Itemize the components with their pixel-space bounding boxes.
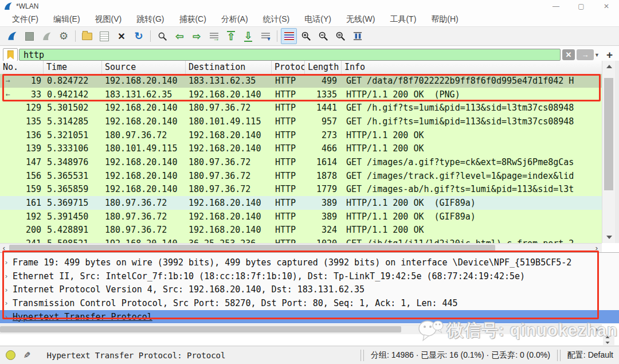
- packet-row[interactable]: 159 5.365859 192.168.20.140 180.97.36.72…: [0, 183, 602, 197]
- auto-scroll-icon[interactable]: ▼: [257, 28, 273, 44]
- find-packet-icon[interactable]: [154, 28, 170, 44]
- packet-row[interactable]: ← 33 0.942142 183.131.62.35 192.168.20.1…: [0, 88, 602, 101]
- scroll-up-icon[interactable]: [606, 65, 612, 68]
- menu-item[interactable]: 跳转(G): [129, 13, 171, 26]
- detail-pane-hscrollbar[interactable]: ›: [0, 324, 602, 334]
- minimize-button[interactable]: —: [543, 0, 569, 13]
- column-header-destination[interactable]: Destination: [186, 61, 272, 74]
- expander-icon[interactable]: ›: [0, 285, 13, 294]
- capture-options-icon[interactable]: ⚙: [56, 28, 72, 44]
- menu-item[interactable]: 统计(S): [256, 13, 297, 26]
- hscroll-thumb[interactable]: [9, 245, 495, 251]
- maximize-button[interactable]: ▢: [569, 0, 594, 13]
- scroll-right-icon[interactable]: ›: [593, 244, 601, 252]
- packet-row[interactable]: 161 5.369715 180.97.36.72 192.168.20.140…: [0, 196, 602, 210]
- colorize-packets-icon[interactable]: [281, 28, 297, 44]
- close-file-icon[interactable]: ✕: [113, 28, 130, 44]
- window-title: *WLAN: [16, 2, 38, 10]
- expander-icon[interactable]: ›: [0, 272, 13, 280]
- restart-capture-icon[interactable]: [38, 28, 54, 44]
- expander-icon[interactable]: ›: [0, 258, 13, 267]
- filter-add-button[interactable]: +: [606, 49, 613, 61]
- packet-list: → 19 0.824722 192.168.20.140 183.131.62.…: [0, 74, 602, 243]
- start-capture-icon[interactable]: [4, 28, 20, 44]
- zoom-out-icon[interactable]: [315, 28, 331, 44]
- status-bar: ✎ Hypertext Transfer Protocol: Protocol …: [0, 346, 619, 364]
- open-file-icon[interactable]: [79, 28, 95, 44]
- expander-icon[interactable]: ›: [0, 299, 13, 307]
- column-header-length[interactable]: Length: [305, 61, 342, 74]
- column-header-time[interactable]: Time: [44, 61, 102, 74]
- menu-bar: 文件(F)编辑(E)视图(V)跳转(G)捕获(C)分析(A)统计(S)电话(Y)…: [0, 13, 619, 26]
- go-back-icon[interactable]: ⇦: [171, 28, 187, 44]
- packet-list-header: No. Time Source Destination Protocol Len…: [0, 61, 602, 75]
- vscroll-thumb[interactable]: [604, 78, 613, 190]
- expert-info-icon[interactable]: [6, 350, 15, 360]
- packet-row[interactable]: 135 5.314285 192.168.20.140 180.101.49.1…: [0, 115, 602, 128]
- column-header-protocol[interactable]: Protocol: [272, 61, 305, 74]
- filter-dropdown-caret-icon[interactable]: ▼: [594, 52, 600, 58]
- packet-row[interactable]: 192 5.391450 180.97.36.72 192.168.20.140…: [0, 210, 602, 224]
- menu-item[interactable]: 工具(T): [382, 13, 424, 26]
- save-file-icon[interactable]: [96, 28, 112, 44]
- title-bar: *WLAN — ▢ ✕: [0, 0, 619, 13]
- stop-capture-icon[interactable]: [21, 28, 37, 44]
- detail-tree-row[interactable]: › Hypertext Transfer Protocol: [0, 310, 619, 324]
- expander-icon[interactable]: ›: [0, 312, 13, 321]
- detail-hscroll-thumb[interactable]: [0, 326, 401, 332]
- menu-item[interactable]: 视图(V): [88, 13, 130, 26]
- detail-tree-row[interactable]: › Frame 19: 499 bytes on wire (3992 bits…: [0, 256, 619, 269]
- filter-clear-icon[interactable]: ✕: [562, 49, 575, 60]
- filter-apply-icon[interactable]: →: [577, 49, 594, 60]
- go-last-packet-icon[interactable]: ⇩: [240, 28, 256, 44]
- detail-tree-row[interactable]: › Ethernet II, Src: IntelCor_7f:1b:10 (1…: [0, 269, 619, 283]
- column-header-no[interactable]: No.: [0, 61, 44, 74]
- profile-label[interactable]: 配置: Default: [562, 350, 619, 361]
- menu-item[interactable]: 文件(F): [5, 13, 46, 26]
- packet-row[interactable]: 136 5.321051 180.97.36.72 192.168.20.140…: [0, 128, 602, 142]
- capture-comment-icon[interactable]: ✎: [23, 350, 31, 361]
- reload-file-icon[interactable]: ↻: [131, 28, 147, 44]
- packet-detail-pane: › Frame 19: 499 bytes on wire (3992 bits…: [0, 252, 619, 324]
- menu-item[interactable]: 编辑(E): [46, 13, 88, 26]
- menu-item[interactable]: 无线(W): [339, 13, 383, 26]
- scroll-down-icon[interactable]: [606, 236, 612, 239]
- column-header-info[interactable]: Info: [342, 61, 602, 74]
- related-packet-marker: ←: [0, 90, 16, 99]
- menu-item[interactable]: 捕获(C): [171, 13, 213, 26]
- related-packet-marker: →: [0, 76, 16, 85]
- detail-tree-row[interactable]: › Transmission Control Protocol, Src Por…: [0, 296, 619, 310]
- packet-statistics: 分组: 14986 · 已显示: 16 (0.1%) · 已丢弃: 0 (0.0…: [365, 350, 556, 361]
- display-filter-input[interactable]: [19, 49, 561, 61]
- packet-list-hscrollbar[interactable]: ‹ ›: [0, 243, 602, 253]
- go-forward-icon[interactable]: ⇨: [189, 28, 205, 44]
- resize-columns-icon[interactable]: [350, 28, 366, 44]
- zoom-reset-icon[interactable]: [332, 28, 348, 44]
- filter-bookmark-icon[interactable]: [3, 48, 18, 61]
- packet-row[interactable]: 129 5.301502 192.168.20.140 180.97.36.72…: [0, 101, 602, 115]
- packet-row[interactable]: 147 5.348976 192.168.20.140 180.97.36.72…: [0, 155, 602, 169]
- scroll-left-icon[interactable]: ‹: [0, 244, 8, 252]
- packet-list-vscrollbar[interactable]: [602, 61, 619, 243]
- main-toolbar: ⚙ ✕ ↻ ⇦ ⇨ → ⇧ ⇩ ▼: [0, 26, 619, 46]
- menu-item[interactable]: 帮助(H): [424, 13, 465, 26]
- go-to-packet-icon[interactable]: →: [206, 28, 222, 44]
- close-button[interactable]: ✕: [594, 0, 619, 13]
- packet-row[interactable]: 200 5.428891 180.97.36.72 192.168.20.140…: [0, 224, 602, 237]
- packet-row[interactable]: 156 5.365531 192.168.20.140 180.97.36.72…: [0, 169, 602, 183]
- detail-tree-row[interactable]: › Internet Protocol Version 4, Src: 192.…: [0, 283, 619, 296]
- zoom-in-icon[interactable]: [298, 28, 314, 44]
- go-first-packet-icon[interactable]: ⇧: [223, 28, 239, 44]
- packet-row[interactable]: 139 5.333106 180.101.49.115 192.168.20.1…: [0, 142, 602, 155]
- packet-row[interactable]: 241 5.508521 192.168.20.140 36.25.253.23…: [0, 237, 602, 243]
- menu-item[interactable]: 电话(Y): [297, 13, 339, 26]
- packet-row[interactable]: → 19 0.824722 192.168.20.140 183.131.62.…: [0, 74, 602, 88]
- detail-scroll-right-icon[interactable]: ›: [593, 325, 601, 334]
- detail-pane-vscroll-spinner[interactable]: [603, 335, 614, 345]
- wireshark-window: *WLAN — ▢ ✕ 文件(F)编辑(E)视图(V)跳转(G)捕获(C)分析(…: [0, 0, 619, 364]
- status-field-name: Hypertext Transfer Protocol: Protocol: [47, 351, 226, 360]
- column-header-source[interactable]: Source: [102, 61, 186, 74]
- menu-item[interactable]: 分析(A): [214, 13, 256, 26]
- wireshark-fin-icon: [3, 2, 13, 11]
